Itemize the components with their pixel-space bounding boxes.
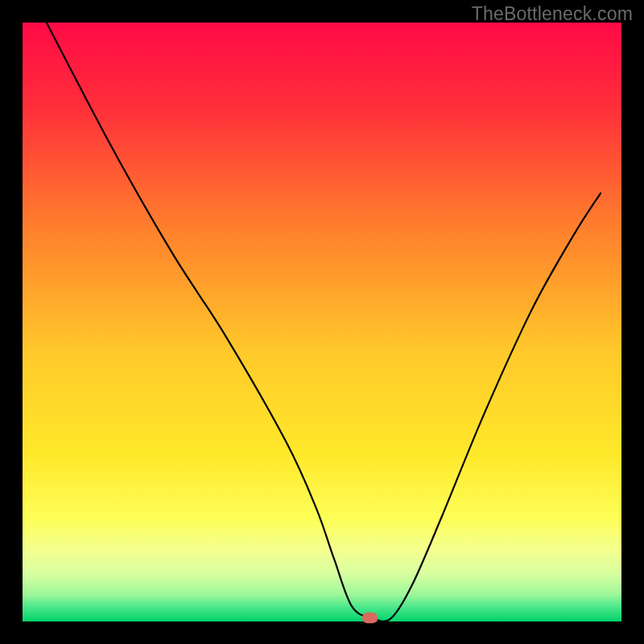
chart-background xyxy=(23,23,621,621)
watermark-text: TheBottleneck.com xyxy=(472,3,633,25)
chart-svg xyxy=(0,0,644,644)
minimum-marker xyxy=(362,613,378,623)
chart-container: TheBottleneck.com xyxy=(0,0,644,644)
